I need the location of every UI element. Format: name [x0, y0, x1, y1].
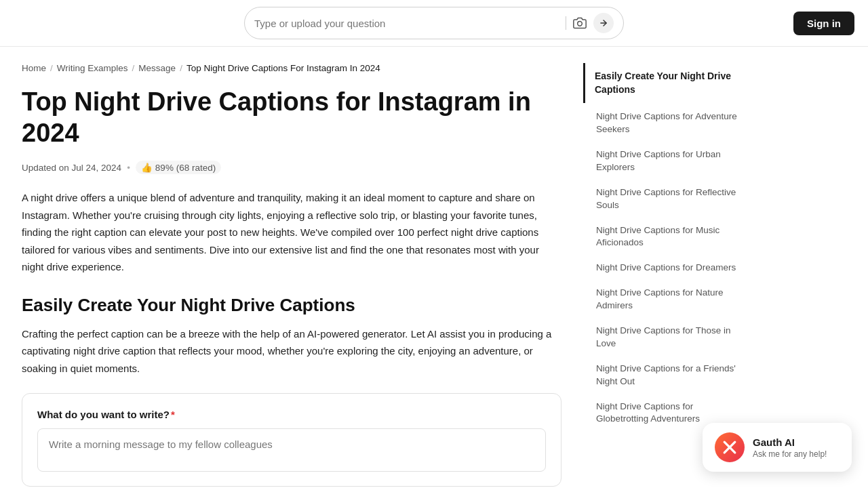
sidebar: Easily Create Your Night Drive Captions … — [583, 47, 760, 488]
main-content: Home / Writing Examples / Message / Top … — [0, 47, 583, 488]
gauth-icon — [721, 439, 738, 456]
breadcrumb: Home / Writing Examples / Message / Top … — [22, 63, 561, 73]
sidebar-link-nature[interactable]: Night Drive Captions for Nature Admirers — [583, 281, 749, 319]
camera-button[interactable] — [572, 15, 588, 31]
gauth-logo — [715, 432, 745, 462]
article-meta: Updated on Jul 24, 2024 • 👍 89% (68 rate… — [22, 161, 561, 174]
top-navigation: Sign in — [0, 0, 868, 47]
svg-point-0 — [578, 22, 583, 26]
breadcrumb-home[interactable]: Home — [22, 63, 46, 73]
sidebar-link-reflective[interactable]: Night Drive Captions for Reflective Soul… — [583, 180, 749, 218]
sidebar-link-music[interactable]: Night Drive Captions for Music Aficionad… — [583, 218, 749, 256]
rating-badge: 👍 89% (68 rated) — [136, 161, 221, 174]
sidebar-link-adventure[interactable]: Night Drive Captions for Adventure Seeke… — [583, 104, 749, 142]
search-divider — [566, 16, 566, 30]
gauth-widget[interactable]: Gauth AI Ask me for any help! — [703, 423, 852, 472]
gauth-name: Gauth AI — [753, 436, 827, 448]
thumbs-up-icon: 👍 — [141, 162, 153, 173]
meta-dot: • — [127, 163, 130, 173]
article-body: A night drive offers a unique blend of a… — [22, 189, 561, 276]
required-marker: * — [171, 409, 175, 420]
caption-widget: What do you want to write?* — [22, 393, 561, 487]
widget-textarea[interactable] — [37, 428, 546, 472]
sidebar-link-dreamers[interactable]: Night Drive Captions for Dreamers — [583, 256, 749, 281]
breadcrumb-sep-1: / — [50, 63, 53, 73]
breadcrumb-sep-2: / — [132, 63, 135, 73]
article-updated: Updated on Jul 24, 2024 — [22, 163, 121, 173]
sidebar-link-love[interactable]: Night Drive Captions for Those in Love — [583, 319, 749, 357]
sidebar-nav: Easily Create Your Night Drive Captions … — [583, 63, 749, 432]
breadcrumb-message[interactable]: Message — [138, 63, 176, 73]
sidebar-link-friends[interactable]: Night Drive Captions for a Friends' Nigh… — [583, 357, 749, 394]
article-title: Top Night Drive Captions for Instagram i… — [22, 87, 561, 148]
page-layout: Home / Writing Examples / Message / Top … — [0, 47, 868, 488]
search-input[interactable] — [254, 18, 560, 29]
widget-label: What do you want to write?* — [37, 409, 546, 420]
arrow-right-icon — [599, 18, 608, 28]
rating-text: 89% (68 rated) — [155, 163, 216, 173]
camera-icon — [573, 16, 587, 30]
section-body: Crafting the perfect caption can be a br… — [22, 325, 561, 378]
search-bar — [244, 7, 624, 39]
section-title: Easily Create Your Night Drive Captions — [22, 295, 561, 316]
sidebar-section-title: Easily Create Your Night Drive Captions — [583, 63, 749, 103]
gauth-text: Gauth AI Ask me for any help! — [753, 436, 827, 459]
breadcrumb-current: Top Night Drive Captions For Instagram I… — [186, 63, 380, 73]
send-button[interactable] — [593, 13, 614, 33]
signin-button[interactable]: Sign in — [793, 12, 854, 35]
breadcrumb-writing-examples[interactable]: Writing Examples — [57, 63, 128, 73]
breadcrumb-sep-3: / — [180, 63, 182, 73]
gauth-tagline: Ask me for any help! — [753, 449, 827, 459]
sidebar-link-urban[interactable]: Night Drive Captions for Urban Explorers — [583, 142, 749, 180]
